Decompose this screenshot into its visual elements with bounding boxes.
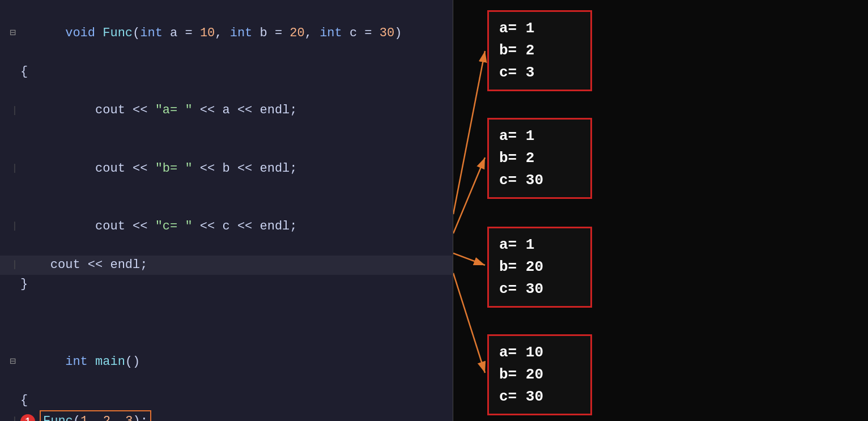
output-box-3: a= 1 b= 20 c= 30 xyxy=(487,227,592,308)
out-4-line-2: b= 20 xyxy=(499,364,580,386)
open-brace-main: { xyxy=(0,391,453,410)
out-1-line-2: b= 2 xyxy=(499,40,580,62)
gutter-5: │ xyxy=(5,220,20,233)
blank-line-2 xyxy=(0,313,453,333)
func-def-line: ⊟ void Func(int a = 10, int b = 20, int … xyxy=(0,5,453,62)
cout-c-line: │ cout << "c= " << c << endl; xyxy=(0,198,453,256)
call-box-1: Func(1, 2, 3); xyxy=(40,410,151,421)
out-2-line-1: a= 1 xyxy=(499,125,580,147)
code-panel: ⊟ void Func(int a = 10, int b = 20, int … xyxy=(0,0,453,421)
blank-line-1 xyxy=(0,294,453,313)
main-def-line: ⊟ int main() xyxy=(0,333,453,390)
output-box-1: a= 1 b= 2 c= 3 xyxy=(487,10,592,91)
gutter-8: ⊟ xyxy=(5,354,20,370)
gutter-6: │ xyxy=(5,259,20,271)
gutter: ⊟ xyxy=(5,25,20,41)
arrow-1 xyxy=(453,51,485,214)
gutter-10: │ xyxy=(5,415,20,421)
cout-endl-line: │ cout << endl; xyxy=(0,256,453,275)
open-brace-func: { xyxy=(0,62,453,82)
out-4-line-3: c= 30 xyxy=(499,386,580,408)
func-signature: void Func(int a = 10, int b = 20, int c … xyxy=(20,5,453,62)
arrow-2 xyxy=(453,158,485,233)
call-num-1: 1 xyxy=(20,414,35,421)
output-box-4: a= 10 b= 20 c= 30 xyxy=(487,334,592,415)
output-panel: a= 1 b= 2 c= 3 a= 1 b= 2 c= 30 a= 1 b= 2… xyxy=(453,0,868,421)
arrow-3 xyxy=(453,253,485,265)
arrow-4 xyxy=(453,273,485,373)
out-3-line-1: a= 1 xyxy=(499,234,580,256)
close-brace-func: } xyxy=(0,275,453,294)
gutter-4: │ xyxy=(5,163,20,175)
out-2-line-3: c= 30 xyxy=(499,169,580,192)
out-2-line-2: b= 2 xyxy=(499,147,580,169)
out-1-line-1: a= 1 xyxy=(499,18,580,40)
out-3-line-2: b= 20 xyxy=(499,256,580,278)
output-box-2: a= 1 b= 2 c= 30 xyxy=(487,118,592,199)
out-3-line-3: c= 30 xyxy=(499,278,580,300)
collapse-icon-main[interactable]: ⊟ xyxy=(10,354,16,370)
out-1-line-3: c= 3 xyxy=(499,62,580,84)
gutter-3: │ xyxy=(5,105,20,117)
out-4-line-1: a= 10 xyxy=(499,342,580,364)
call-1-line: │ 1 Func(1, 2, 3); xyxy=(0,410,453,421)
cout-a-line: │ cout << "a= " << a << endl; xyxy=(0,82,453,139)
collapse-icon[interactable]: ⊟ xyxy=(10,25,16,41)
cout-b-line: │ cout << "b= " << b << endl; xyxy=(0,140,453,198)
